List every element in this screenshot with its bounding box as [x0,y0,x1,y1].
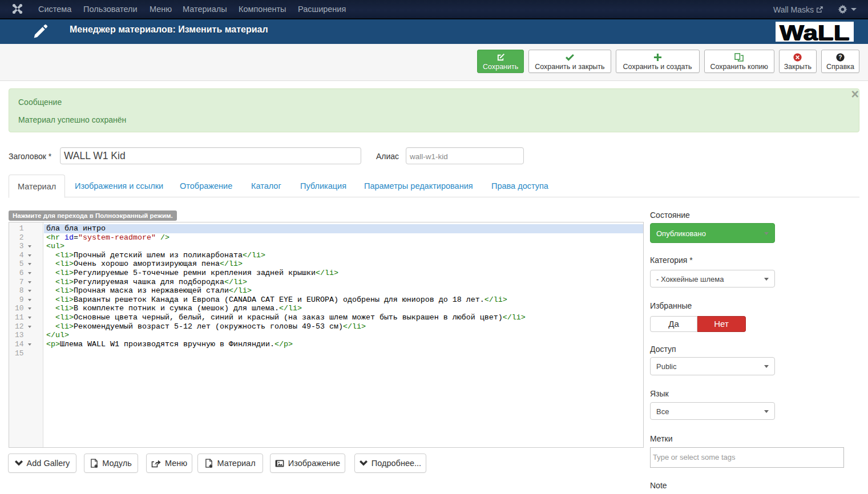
svg-text:?: ? [838,54,842,60]
